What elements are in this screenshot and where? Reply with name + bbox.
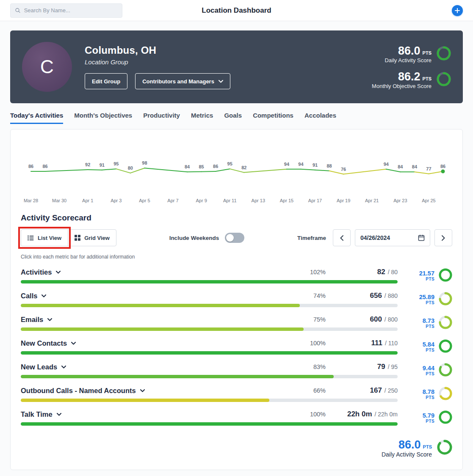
metric-percent: 75% — [296, 316, 326, 323]
search-box[interactable] — [10, 3, 122, 18]
metric-name: Emails — [21, 316, 43, 324]
metric-progress-bar[interactable] — [21, 375, 398, 378]
page-title: Location Dashboard — [202, 6, 271, 15]
chevron-down-icon — [41, 294, 46, 297]
metric-name-toggle[interactable]: New Contacts — [21, 339, 296, 347]
metric-name-toggle[interactable]: Outbound Calls - Named Accounts — [21, 387, 296, 395]
metric-name-toggle[interactable]: Talk Time — [21, 410, 296, 418]
grid-icon — [75, 235, 80, 241]
header-score: 86.2PTSMonthly Objective Score — [372, 70, 451, 89]
metric-name-toggle[interactable]: Emails — [21, 316, 296, 324]
metric-score-ring-icon — [439, 316, 452, 331]
metric-points: 8.73PTS — [423, 317, 434, 329]
point-label: 94 — [284, 162, 290, 167]
location-subtitle: Location Group — [85, 58, 230, 66]
metric-points: 9.44PTS — [423, 365, 434, 376]
location-header-card: C Columbus, OH Location Group Edit Group… — [10, 30, 463, 103]
metric-name-toggle[interactable]: Calls — [21, 292, 296, 300]
x-axis-tick: Apr 21 — [365, 198, 379, 203]
tab-goals[interactable]: Goals — [224, 112, 242, 124]
include-weekends-group: Include Weekends — [169, 233, 245, 243]
metric-percent: 66% — [296, 387, 326, 394]
metric-progress-bar[interactable] — [21, 304, 398, 307]
include-weekends-toggle[interactable] — [225, 233, 244, 243]
metric-progress-bar[interactable] — [21, 351, 398, 355]
metric-percent: 100% — [296, 340, 326, 347]
tab-accolades[interactable]: Accolades — [304, 112, 336, 124]
chevron-down-icon — [57, 413, 61, 416]
edit-group-button[interactable]: Edit Group — [85, 73, 127, 89]
metric-hint-text: Click into each metric bar for additiona… — [21, 254, 452, 260]
metric-progress-bar[interactable] — [21, 280, 398, 283]
timeframe-prev-button[interactable] — [333, 229, 351, 246]
metric-percent: 100% — [296, 411, 326, 418]
metric-progress-fill — [21, 304, 300, 307]
score-unit: PTS — [423, 50, 432, 55]
grid-view-button[interactable]: Grid View — [68, 229, 116, 246]
search-input[interactable] — [24, 7, 118, 14]
tab-metrics[interactable]: Metrics — [191, 112, 213, 124]
metric-value: 82/ 80 — [326, 268, 398, 276]
score-unit: PTS — [423, 76, 432, 81]
metric-list: Activities102%82/ 8021.57PTSCalls74%656/… — [21, 268, 452, 426]
x-axis-tick: Mar 28 — [24, 198, 38, 203]
metric-score-ring-icon — [439, 410, 452, 426]
footer-score-value: 86.0 — [398, 438, 421, 451]
metric-row: New Leads83%79/ 959.44PTS — [21, 363, 452, 378]
tab-competitions[interactable]: Competitions — [253, 112, 293, 124]
chevron-down-icon — [47, 318, 52, 321]
metric-row: Talk Time100%22h 0m/ 22h 0m5.79PTS — [21, 410, 452, 426]
metric-value: 167/ 250 — [326, 386, 398, 395]
metric-row: Outbound Calls - Named Accounts66%167/ 2… — [21, 386, 452, 402]
metric-score-ring-icon — [439, 387, 452, 402]
toggle-knob — [226, 234, 234, 242]
metric-row: Calls74%656/ 88025.89PTS — [21, 292, 452, 307]
x-axis-tick: Apr 19 — [337, 198, 350, 203]
metric-name-toggle[interactable]: New Leads — [21, 363, 296, 371]
metric-value: 111/ 110 — [326, 339, 398, 347]
header-scores: 86.0PTSDaily Activity Score86.2PTSMonthl… — [372, 44, 451, 89]
contributors-button[interactable]: Contributors and Managers — [135, 73, 230, 89]
x-axis-tick: Apr 9 — [196, 198, 207, 203]
chevron-down-icon — [61, 366, 66, 369]
point-label: 80 — [128, 165, 133, 171]
edit-group-label: Edit Group — [92, 78, 120, 85]
avatar-letter: C — [40, 56, 54, 77]
metric-name: Talk Time — [21, 410, 53, 418]
x-axis-tick: Apr 25 — [422, 198, 435, 203]
add-button[interactable] — [452, 5, 463, 16]
grid-view-label: Grid View — [84, 235, 110, 241]
score-ring-icon — [437, 46, 451, 62]
point-label: 76 — [341, 167, 346, 172]
x-axis-tick: Apr 23 — [393, 198, 407, 203]
contributors-label: Contributors and Managers — [142, 78, 214, 85]
tab-today-s-activities[interactable]: Today's Activities — [10, 112, 63, 124]
point-label: 95 — [227, 161, 232, 166]
chevron-right-icon — [442, 235, 445, 241]
tab-month-s-objectives[interactable]: Month's Objectives — [74, 112, 132, 124]
metric-name-toggle[interactable]: Activities — [21, 268, 296, 276]
metric-percent: 102% — [296, 269, 326, 275]
score-value: 86.0 — [398, 44, 420, 57]
metric-value: 79/ 95 — [326, 363, 398, 371]
list-view-button[interactable]: List View — [21, 229, 68, 246]
metric-progress-bar[interactable] — [21, 399, 398, 402]
chevron-down-icon — [140, 389, 145, 392]
metric-points: 8.78PTS — [423, 388, 434, 400]
metric-row: Activities102%82/ 8021.57PTS — [21, 268, 452, 283]
point-label: 88 — [326, 163, 332, 168]
metric-points: 5.79PTS — [423, 412, 434, 424]
score-value: 86.2 — [398, 70, 420, 83]
footer-score-unit: PTS — [423, 444, 432, 449]
metric-score-ring-icon — [439, 268, 452, 283]
score-ring-icon — [437, 72, 451, 88]
scorecard-heading: Activity Scorecard — [21, 213, 452, 223]
metric-progress-bar[interactable] — [21, 422, 398, 426]
metric-progress-fill — [21, 351, 398, 355]
tab-productivity[interactable]: Productivity — [143, 112, 180, 124]
metric-name: New Contacts — [21, 339, 67, 347]
timeframe-next-button[interactable] — [434, 229, 452, 246]
timeframe-date-input[interactable]: 04/26/2024 — [355, 229, 430, 246]
activity-line-chart: 8686929195809884858695829494918876948484… — [21, 141, 453, 206]
metric-progress-bar[interactable] — [21, 327, 398, 331]
